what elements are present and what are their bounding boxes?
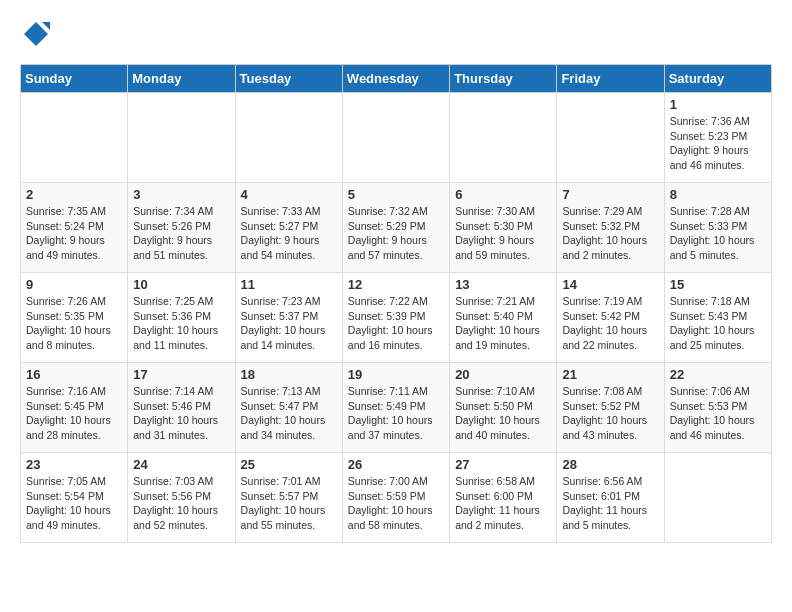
calendar-cell: 13Sunrise: 7:21 AM Sunset: 5:40 PM Dayli… [450, 273, 557, 363]
header-friday: Friday [557, 65, 664, 93]
header-monday: Monday [128, 65, 235, 93]
calendar-week-1: 1Sunrise: 7:36 AM Sunset: 5:23 PM Daylig… [21, 93, 772, 183]
day-detail: Sunrise: 7:06 AM Sunset: 5:53 PM Dayligh… [670, 384, 766, 443]
day-number: 18 [241, 367, 337, 382]
day-detail: Sunrise: 7:05 AM Sunset: 5:54 PM Dayligh… [26, 474, 122, 533]
calendar-cell: 12Sunrise: 7:22 AM Sunset: 5:39 PM Dayli… [342, 273, 449, 363]
calendar-cell: 20Sunrise: 7:10 AM Sunset: 5:50 PM Dayli… [450, 363, 557, 453]
header-saturday: Saturday [664, 65, 771, 93]
day-detail: Sunrise: 7:16 AM Sunset: 5:45 PM Dayligh… [26, 384, 122, 443]
svg-marker-1 [42, 22, 50, 30]
calendar-cell: 14Sunrise: 7:19 AM Sunset: 5:42 PM Dayli… [557, 273, 664, 363]
calendar-cell: 22Sunrise: 7:06 AM Sunset: 5:53 PM Dayli… [664, 363, 771, 453]
calendar-week-4: 16Sunrise: 7:16 AM Sunset: 5:45 PM Dayli… [21, 363, 772, 453]
day-detail: Sunrise: 7:34 AM Sunset: 5:26 PM Dayligh… [133, 204, 229, 263]
day-detail: Sunrise: 7:03 AM Sunset: 5:56 PM Dayligh… [133, 474, 229, 533]
calendar-cell [235, 93, 342, 183]
day-number: 3 [133, 187, 229, 202]
calendar-cell: 21Sunrise: 7:08 AM Sunset: 5:52 PM Dayli… [557, 363, 664, 453]
day-detail: Sunrise: 7:10 AM Sunset: 5:50 PM Dayligh… [455, 384, 551, 443]
day-detail: Sunrise: 7:26 AM Sunset: 5:35 PM Dayligh… [26, 294, 122, 353]
day-detail: Sunrise: 7:01 AM Sunset: 5:57 PM Dayligh… [241, 474, 337, 533]
day-detail: Sunrise: 7:11 AM Sunset: 5:49 PM Dayligh… [348, 384, 444, 443]
logo-wordmark [20, 20, 50, 54]
day-detail: Sunrise: 7:23 AM Sunset: 5:37 PM Dayligh… [241, 294, 337, 353]
day-number: 6 [455, 187, 551, 202]
calendar-cell: 9Sunrise: 7:26 AM Sunset: 5:35 PM Daylig… [21, 273, 128, 363]
header-wednesday: Wednesday [342, 65, 449, 93]
day-detail: Sunrise: 7:22 AM Sunset: 5:39 PM Dayligh… [348, 294, 444, 353]
calendar-cell: 11Sunrise: 7:23 AM Sunset: 5:37 PM Dayli… [235, 273, 342, 363]
logo [20, 20, 50, 54]
day-number: 25 [241, 457, 337, 472]
day-number: 11 [241, 277, 337, 292]
day-number: 13 [455, 277, 551, 292]
day-detail: Sunrise: 7:35 AM Sunset: 5:24 PM Dayligh… [26, 204, 122, 263]
day-detail: Sunrise: 7:32 AM Sunset: 5:29 PM Dayligh… [348, 204, 444, 263]
day-detail: Sunrise: 7:30 AM Sunset: 5:30 PM Dayligh… [455, 204, 551, 263]
day-number: 23 [26, 457, 122, 472]
calendar-cell: 5Sunrise: 7:32 AM Sunset: 5:29 PM Daylig… [342, 183, 449, 273]
header-tuesday: Tuesday [235, 65, 342, 93]
day-detail: Sunrise: 6:58 AM Sunset: 6:00 PM Dayligh… [455, 474, 551, 533]
day-detail: Sunrise: 7:08 AM Sunset: 5:52 PM Dayligh… [562, 384, 658, 443]
day-number: 5 [348, 187, 444, 202]
calendar-cell: 3Sunrise: 7:34 AM Sunset: 5:26 PM Daylig… [128, 183, 235, 273]
calendar-header-row: SundayMondayTuesdayWednesdayThursdayFrid… [21, 65, 772, 93]
day-detail: Sunrise: 6:56 AM Sunset: 6:01 PM Dayligh… [562, 474, 658, 533]
day-number: 16 [26, 367, 122, 382]
day-number: 8 [670, 187, 766, 202]
day-number: 21 [562, 367, 658, 382]
day-detail: Sunrise: 7:13 AM Sunset: 5:47 PM Dayligh… [241, 384, 337, 443]
calendar-week-3: 9Sunrise: 7:26 AM Sunset: 5:35 PM Daylig… [21, 273, 772, 363]
calendar-cell: 23Sunrise: 7:05 AM Sunset: 5:54 PM Dayli… [21, 453, 128, 543]
calendar-cell: 8Sunrise: 7:28 AM Sunset: 5:33 PM Daylig… [664, 183, 771, 273]
day-detail: Sunrise: 7:25 AM Sunset: 5:36 PM Dayligh… [133, 294, 229, 353]
calendar-cell: 15Sunrise: 7:18 AM Sunset: 5:43 PM Dayli… [664, 273, 771, 363]
calendar-cell: 25Sunrise: 7:01 AM Sunset: 5:57 PM Dayli… [235, 453, 342, 543]
day-number: 20 [455, 367, 551, 382]
day-detail: Sunrise: 7:18 AM Sunset: 5:43 PM Dayligh… [670, 294, 766, 353]
calendar-cell: 19Sunrise: 7:11 AM Sunset: 5:49 PM Dayli… [342, 363, 449, 453]
day-number: 22 [670, 367, 766, 382]
calendar-cell: 6Sunrise: 7:30 AM Sunset: 5:30 PM Daylig… [450, 183, 557, 273]
day-detail: Sunrise: 7:36 AM Sunset: 5:23 PM Dayligh… [670, 114, 766, 173]
day-number: 28 [562, 457, 658, 472]
calendar-cell: 26Sunrise: 7:00 AM Sunset: 5:59 PM Dayli… [342, 453, 449, 543]
calendar-cell: 17Sunrise: 7:14 AM Sunset: 5:46 PM Dayli… [128, 363, 235, 453]
day-number: 2 [26, 187, 122, 202]
day-detail: Sunrise: 7:19 AM Sunset: 5:42 PM Dayligh… [562, 294, 658, 353]
calendar-cell: 28Sunrise: 6:56 AM Sunset: 6:01 PM Dayli… [557, 453, 664, 543]
day-number: 12 [348, 277, 444, 292]
calendar-cell: 16Sunrise: 7:16 AM Sunset: 5:45 PM Dayli… [21, 363, 128, 453]
calendar-cell: 7Sunrise: 7:29 AM Sunset: 5:32 PM Daylig… [557, 183, 664, 273]
page-header [20, 20, 772, 54]
calendar-week-5: 23Sunrise: 7:05 AM Sunset: 5:54 PM Dayli… [21, 453, 772, 543]
calendar-cell [450, 93, 557, 183]
day-detail: Sunrise: 7:00 AM Sunset: 5:59 PM Dayligh… [348, 474, 444, 533]
day-detail: Sunrise: 7:21 AM Sunset: 5:40 PM Dayligh… [455, 294, 551, 353]
day-number: 26 [348, 457, 444, 472]
header-thursday: Thursday [450, 65, 557, 93]
calendar-cell: 27Sunrise: 6:58 AM Sunset: 6:00 PM Dayli… [450, 453, 557, 543]
calendar-cell: 18Sunrise: 7:13 AM Sunset: 5:47 PM Dayli… [235, 363, 342, 453]
day-number: 7 [562, 187, 658, 202]
day-number: 24 [133, 457, 229, 472]
calendar-cell [128, 93, 235, 183]
calendar-cell: 24Sunrise: 7:03 AM Sunset: 5:56 PM Dayli… [128, 453, 235, 543]
day-number: 14 [562, 277, 658, 292]
calendar-cell: 2Sunrise: 7:35 AM Sunset: 5:24 PM Daylig… [21, 183, 128, 273]
logo-icon [22, 20, 50, 48]
calendar-cell [342, 93, 449, 183]
header-sunday: Sunday [21, 65, 128, 93]
calendar-table: SundayMondayTuesdayWednesdayThursdayFrid… [20, 64, 772, 543]
day-number: 1 [670, 97, 766, 112]
calendar-cell: 4Sunrise: 7:33 AM Sunset: 5:27 PM Daylig… [235, 183, 342, 273]
day-detail: Sunrise: 7:33 AM Sunset: 5:27 PM Dayligh… [241, 204, 337, 263]
day-number: 15 [670, 277, 766, 292]
calendar-cell: 1Sunrise: 7:36 AM Sunset: 5:23 PM Daylig… [664, 93, 771, 183]
day-number: 17 [133, 367, 229, 382]
calendar-cell [664, 453, 771, 543]
day-detail: Sunrise: 7:29 AM Sunset: 5:32 PM Dayligh… [562, 204, 658, 263]
day-number: 9 [26, 277, 122, 292]
